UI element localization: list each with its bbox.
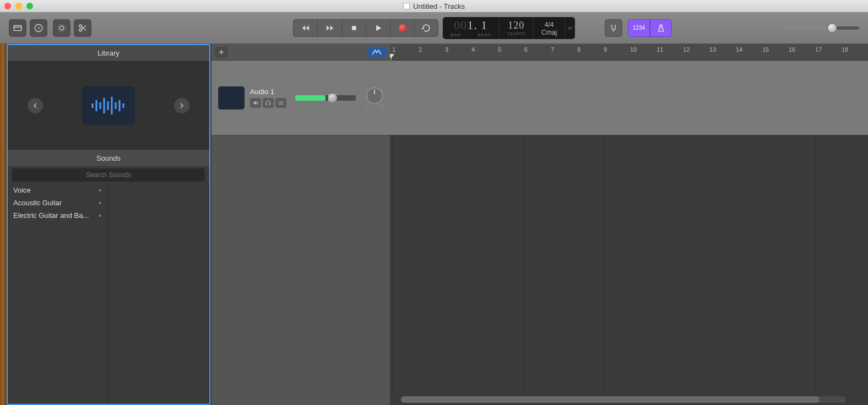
add-track-button[interactable]: +	[215, 47, 228, 58]
window-title: Untitled - Tracks	[413, 2, 465, 10]
smart-controls-button[interactable]	[53, 19, 70, 37]
gridline	[630, 135, 631, 394]
library-category-item[interactable]: Acoustic Guitar	[8, 196, 108, 209]
chevron-down-icon	[567, 25, 573, 31]
pan-knob[interactable]	[366, 87, 383, 105]
chevron-right-icon	[98, 214, 102, 218]
category-label: Electric Guitar and Ba...	[13, 211, 89, 220]
scissors-icon	[78, 23, 88, 33]
pan-right-label: R	[381, 105, 383, 108]
gridline	[789, 135, 789, 394]
track-type-icon	[218, 86, 245, 110]
record-button[interactable]	[390, 19, 414, 37]
close-window-button[interactable]	[4, 3, 11, 9]
forward-icon	[324, 23, 334, 33]
svg-point-5	[58, 24, 66, 32]
gridline	[524, 135, 525, 394]
ruler-number: 2	[419, 46, 422, 53]
lcd-tempo[interactable]: 120	[508, 20, 524, 30]
metronome-button[interactable]	[650, 19, 672, 37]
gridline	[657, 135, 657, 394]
quick-help-button[interactable]: ?	[30, 19, 47, 37]
tuning-fork-icon	[609, 23, 619, 33]
gridline	[815, 135, 816, 394]
play-button[interactable]	[366, 19, 390, 37]
stop-button[interactable]	[341, 19, 366, 37]
lcd-bar-label: BAR	[451, 32, 461, 37]
count-in-label: 1234	[633, 25, 645, 31]
input-icon	[278, 100, 284, 106]
chevron-right-icon	[98, 201, 102, 205]
gridline	[392, 135, 393, 394]
lcd-display[interactable]: 001. 1 BARBEAT 120 TEMPO 4/4 Cmaj	[443, 17, 575, 39]
toolbar: ? 001. 1 BARBEAT 120 TEMPO	[0, 12, 868, 44]
horizontal-scrollbar[interactable]	[401, 396, 846, 403]
ruler-number: 4	[471, 46, 475, 53]
audio-wave-icon	[220, 91, 242, 105]
svg-point-4	[59, 26, 64, 30]
count-in-button[interactable]: 1234	[628, 19, 650, 37]
editors-button[interactable]	[74, 19, 91, 37]
track-filter-button[interactable]	[367, 47, 387, 58]
library-preview	[8, 62, 209, 150]
track-volume-knob[interactable]	[328, 94, 337, 102]
ruler-number: 13	[709, 46, 716, 53]
cycle-icon	[421, 23, 431, 33]
stop-icon	[349, 23, 359, 33]
gridline	[471, 135, 472, 394]
timeline-empty[interactable]	[390, 135, 868, 405]
playhead[interactable]	[390, 54, 394, 58]
library-category-item[interactable]: Voice	[8, 184, 108, 196]
track-volume-slider[interactable]	[295, 95, 356, 101]
svg-point-30	[280, 102, 281, 103]
transport-controls	[293, 19, 438, 37]
library-next-button[interactable]	[174, 98, 189, 113]
volume-fill	[782, 26, 832, 30]
wood-trim-left	[0, 44, 7, 405]
gridline	[762, 135, 763, 394]
ruler-number: 7	[551, 46, 554, 53]
library-toggle-button[interactable]	[9, 19, 26, 37]
track-header[interactable]: Audio 1 LR	[211, 61, 390, 135]
mute-button[interactable]	[250, 98, 261, 108]
lcd-position: 1. 1	[467, 18, 487, 32]
library-prev-button[interactable]	[28, 98, 43, 113]
record-icon	[398, 24, 406, 32]
zoom-window-button[interactable]	[26, 3, 33, 9]
minimize-window-button[interactable]	[15, 3, 22, 9]
scrollbar-thumb[interactable]	[401, 396, 820, 403]
library-category-item[interactable]: Electric Guitar and Ba...	[8, 209, 108, 222]
lcd-dropdown-button[interactable]	[565, 17, 575, 39]
timeline-ruler[interactable]: 123456789101112131415161718	[390, 44, 868, 61]
ruler-number: 1	[392, 46, 395, 53]
input-monitor-button[interactable]	[275, 98, 286, 108]
lcd-timesig[interactable]: 4/4	[545, 21, 554, 29]
sounds-header: Sounds	[8, 150, 209, 166]
lcd-key[interactable]: Cmaj	[541, 29, 557, 36]
cycle-button[interactable]	[414, 19, 438, 37]
track-name[interactable]: Audio 1	[250, 87, 286, 96]
tuner-button[interactable]	[605, 19, 622, 37]
play-icon	[373, 23, 383, 33]
timeline-area[interactable]: 123456789101112131415161718	[390, 44, 868, 405]
chevron-right-icon	[179, 103, 185, 108]
filter-icon	[371, 49, 382, 56]
metronome-icon	[656, 23, 666, 33]
gridline	[683, 135, 683, 394]
ruler-number: 14	[736, 46, 742, 53]
gridline	[736, 135, 736, 394]
library-icon	[13, 23, 23, 33]
gear-icon	[57, 23, 67, 33]
volume-knob[interactable]	[827, 23, 837, 33]
forward-button[interactable]	[317, 19, 341, 37]
search-sounds-input[interactable]	[12, 168, 205, 182]
window-titlebar: Untitled - Tracks	[0, 0, 868, 12]
gridline	[445, 135, 446, 394]
timeline-track-lane[interactable]	[390, 61, 868, 135]
master-volume-slider[interactable]	[782, 26, 859, 30]
ruler-number: 8	[577, 46, 581, 53]
rewind-button[interactable]	[293, 19, 317, 37]
playhead-line	[391, 58, 392, 61]
solo-button[interactable]	[263, 98, 274, 108]
mute-icon	[252, 100, 259, 106]
